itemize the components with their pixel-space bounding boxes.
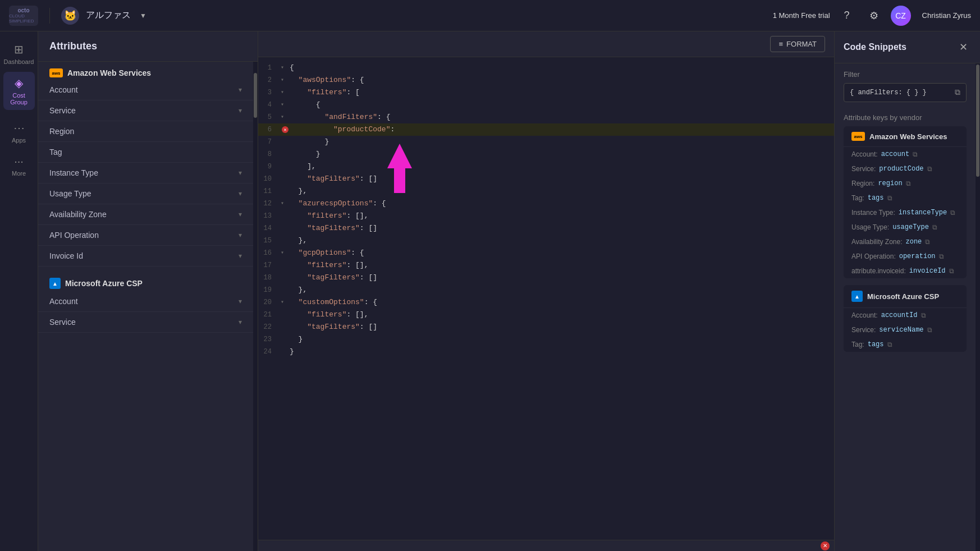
code-line: 13 "filters": [], xyxy=(258,210,834,222)
chevron-down-icon: ▾ xyxy=(239,107,242,114)
azure-card-name: Microsoft Azure CSP xyxy=(867,292,939,301)
attr-row-service[interactable]: Service ▾ xyxy=(38,100,253,121)
key-row-invoice: attribute.invoiceid: invoiceId ⧉ xyxy=(844,264,967,278)
attr-row-availability-zone[interactable]: Availability Zone ▾ xyxy=(38,204,253,225)
chevron-down-icon: ▾ xyxy=(239,210,242,218)
attr-row-instance-type[interactable]: Instance Type ▾ xyxy=(38,163,253,183)
attr-label-api-operation: API Operation xyxy=(49,231,99,240)
attr-row-region[interactable]: Region xyxy=(38,121,253,142)
attr-row-api-operation[interactable]: API Operation ▾ xyxy=(38,225,253,246)
key-row-account: Account: account ⧉ xyxy=(844,147,967,162)
attr-row-invoice-id[interactable]: Invoice Id ▾ xyxy=(38,246,253,267)
attr-label-instance-type: Instance Type xyxy=(49,168,98,177)
key-row-api-op: API Operation: operation ⧉ xyxy=(844,249,967,264)
logo-sub: CLOUD SIMPLIFIED xyxy=(9,13,38,24)
app-name: アルファス xyxy=(86,10,131,21)
chevron-down-icon: ▾ xyxy=(239,297,242,305)
key-row-service: Service: productCode ⧉ xyxy=(844,162,967,176)
app-dropdown-chevron[interactable]: ▼ xyxy=(140,12,146,20)
code-content[interactable]: 1 ▾ { 2 ▾ "awsOptions": { 3 ▾ "filters":… xyxy=(258,57,834,540)
copy-icon[interactable]: ⧉ xyxy=(950,209,955,217)
attr-label-account: Account xyxy=(49,85,78,94)
attr-row-account[interactable]: Account ▾ xyxy=(38,80,253,100)
cost-group-icon: ◈ xyxy=(15,76,23,90)
copy-icon[interactable]: ⧉ xyxy=(939,252,944,260)
snippets-scrollbar[interactable] xyxy=(976,63,980,551)
trial-label: 1 Month Free trial xyxy=(773,11,830,20)
help-button[interactable]: ? xyxy=(837,6,857,26)
format-icon: ≡ xyxy=(778,40,783,48)
snippets-title: Code Snippets xyxy=(844,42,906,52)
copy-icon[interactable]: ⧉ xyxy=(921,311,926,319)
aws-card-name: Amazon Web Services xyxy=(869,132,947,141)
sidebar-item-label: More xyxy=(12,170,26,177)
key-row-region: Region: region ⧉ xyxy=(844,176,967,191)
main-layout: ⊞ Dashboard ◈ Cost Group ⋯ Apps ··· More… xyxy=(0,31,980,551)
app-icon: 🐱 xyxy=(61,7,79,25)
logo-text: octo xyxy=(9,7,38,13)
attr-row-tag[interactable]: Tag xyxy=(38,142,253,163)
attributes-header: Attributes xyxy=(38,31,258,62)
aws-card-header: aws Amazon Web Services xyxy=(844,126,967,147)
chevron-down-icon: ▾ xyxy=(239,231,242,239)
code-line: 19 }, xyxy=(258,284,834,296)
format-button[interactable]: ≡ FORMAT xyxy=(770,36,825,52)
copy-icon[interactable]: ⧉ xyxy=(949,267,954,275)
snippets-header: Code Snippets ✕ xyxy=(835,31,980,63)
attr-label-azure-account: Account xyxy=(49,297,78,306)
azure-vendor-section: ▲ Microsoft Azure CSP xyxy=(38,271,253,291)
chevron-down-icon: ▾ xyxy=(239,190,242,198)
code-editor: ≡ FORMAT 1 ▾ { 2 ▾ "awsOptions": { xyxy=(258,31,834,551)
copy-icon[interactable]: ⧉ xyxy=(955,88,960,97)
sidebar-item-cost-group[interactable]: ◈ Cost Group xyxy=(3,72,35,110)
sidebar-item-label: Cost Group xyxy=(6,92,33,105)
copy-icon[interactable]: ⧉ xyxy=(925,238,930,246)
key-row-azure-tag: Tag: tags ⧉ xyxy=(844,337,967,352)
sidebar-item-more[interactable]: ··· More xyxy=(3,150,35,181)
copy-icon[interactable]: ⧉ xyxy=(927,165,932,173)
editor-toolbar: ≡ FORMAT xyxy=(258,31,834,57)
sidebar-item-apps[interactable]: ⋯ Apps xyxy=(3,117,35,148)
copy-icon[interactable]: ⧉ xyxy=(887,341,892,348)
code-line: 23 } xyxy=(258,333,834,346)
key-row-az: Availability Zone: zone ⧉ xyxy=(844,235,967,249)
snippets-scroll[interactable]: Filter { andFilters: { } } ⧉ Attribute k… xyxy=(835,63,976,551)
error-dot: ✕ xyxy=(282,126,288,133)
copy-icon[interactable]: ⧉ xyxy=(887,194,892,202)
code-line: 20 ▾ "customOptions": { xyxy=(258,296,834,309)
attributes-scrollbar[interactable] xyxy=(253,62,258,551)
settings-button[interactable]: ⚙ xyxy=(864,6,884,26)
error-x-icon: ✕ xyxy=(821,541,830,550)
copy-icon[interactable]: ⧉ xyxy=(927,326,932,334)
sidebar-item-dashboard[interactable]: ⊞ Dashboard xyxy=(3,38,35,70)
snippets-panel: Code Snippets ✕ Filter { andFilters: { }… xyxy=(834,31,980,551)
aws-vendor-section: aws Amazon Web Services xyxy=(38,62,253,80)
copy-icon[interactable]: ⧉ xyxy=(932,223,937,231)
attr-label-tag: Tag xyxy=(49,148,62,157)
copy-icon[interactable]: ⧉ xyxy=(913,150,918,158)
dashboard-icon: ⊞ xyxy=(14,43,24,56)
key-row-tag: Tag: tags ⧉ xyxy=(844,191,967,205)
key-row-azure-account: Account: accountId ⧉ xyxy=(844,308,967,323)
logo: octo CLOUD SIMPLIFIED xyxy=(9,6,38,26)
key-row-usage-type: Usage Type: usageType ⧉ xyxy=(844,220,967,235)
code-line: 24 } xyxy=(258,346,834,358)
aws-vendor-name: Amazon Web Services xyxy=(67,68,151,77)
code-line: 14 "tagFilters": [] xyxy=(258,222,834,235)
logo-box: octo CLOUD SIMPLIFIED xyxy=(9,6,38,26)
code-line: 15 }, xyxy=(258,235,834,247)
attr-row-azure-service[interactable]: Service ▾ xyxy=(38,312,253,333)
close-button[interactable]: ✕ xyxy=(955,39,971,55)
filter-input-box: { andFilters: { } } ⧉ xyxy=(844,83,967,102)
attr-row-azure-account[interactable]: Account ▾ xyxy=(38,291,253,312)
code-line: 11 }, xyxy=(258,185,834,198)
filter-value: { andFilters: { } } xyxy=(850,89,927,97)
chevron-down-icon: ▾ xyxy=(239,318,242,326)
copy-icon[interactable]: ⧉ xyxy=(906,180,911,187)
attributes-scroll[interactable]: aws Amazon Web Services Account ▾ Servic… xyxy=(38,62,253,551)
attr-row-usage-type[interactable]: Usage Type ▾ xyxy=(38,183,253,204)
sidebar-item-label: Apps xyxy=(12,137,26,144)
key-row-instance-type: Instance Type: instanceType ⧉ xyxy=(844,205,967,220)
azure-card-header: ▲ Microsoft Azure CSP xyxy=(844,285,967,308)
attr-label-usage-type: Usage Type xyxy=(49,189,91,198)
